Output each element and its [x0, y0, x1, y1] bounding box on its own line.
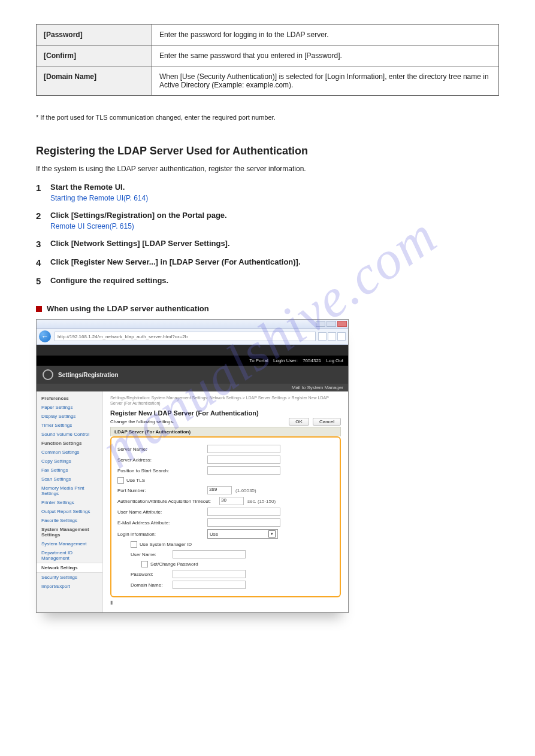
section-intro: If the system is using the LDAP server a… [36, 163, 499, 174]
sidebar-item[interactable]: Sound Volume Control [37, 430, 102, 439]
step-sublink[interactable]: Starting the Remote UI(P. 614) [50, 194, 499, 202]
set-password-label: Set/Change Password [150, 561, 198, 567]
mail-link[interactable]: Mail to System Manager [37, 384, 348, 391]
window-titlebar [37, 320, 348, 329]
server-name-label: Server Name: [117, 447, 207, 452]
start-search-label: Position to Start Search: [117, 468, 207, 473]
sidebar-item[interactable]: Network Settings [37, 563, 102, 573]
form-section-header: LDAP Server (For Authentication) [110, 427, 341, 436]
window-max-icon[interactable] [327, 321, 336, 327]
def-key: [Password] [37, 25, 152, 45]
step: 4Click [Register New Server...] in [LDAP… [36, 257, 499, 268]
set-password-checkbox[interactable] [141, 561, 148, 567]
sidebar-item[interactable]: Copy Settings [37, 457, 102, 466]
step: 1Start the Remote UI.Starting the Remote… [36, 183, 499, 202]
server-name-input[interactable] [207, 445, 280, 453]
login-user-label: Login User: [273, 358, 298, 363]
settings-sidebar: PreferencesPaper SettingsDisplay Setting… [37, 391, 103, 612]
use-sysmgr-label: Use System Manager ID [140, 542, 192, 547]
login-user-value: 7654321 [303, 358, 321, 363]
browser-tools-icon[interactable] [337, 332, 346, 341]
sidebar-item[interactable]: Paper Settings [37, 403, 102, 412]
step-number: 5 [36, 276, 50, 286]
step-number: 3 [36, 239, 50, 249]
step-text: Configure the required settings. [50, 276, 499, 286]
sidebar-item[interactable]: Security Settings [37, 573, 102, 582]
username-label: User Name: [131, 552, 173, 557]
ok-button[interactable]: OK [289, 418, 309, 426]
step-number: 4 [36, 257, 50, 268]
to-portal-link[interactable]: To Portal [249, 358, 268, 363]
sidebar-item[interactable]: Memory Media Print Settings [37, 484, 102, 498]
sidebar-item[interactable]: Import/Export [37, 582, 102, 591]
domain-input[interactable] [173, 581, 246, 589]
step-sublink[interactable]: Remote UI Screen(P. 615) [50, 222, 499, 230]
def-key: [Domain Name] [37, 66, 152, 96]
domain-label: Domain Name: [131, 582, 173, 588]
cancel-button[interactable]: Cancel [313, 418, 341, 426]
sidebar-item[interactable]: Printer Settings [37, 498, 102, 507]
portal-topbar: To Portal Login User: 7654321 Log Out [37, 356, 348, 366]
sidebar-item[interactable]: Output Report Settings [37, 507, 102, 516]
browser-tabstrip [37, 345, 348, 356]
sidebar-item[interactable]: Display Settings [37, 412, 102, 421]
sidebar-heading: Function Settings [37, 439, 102, 448]
browser-back-icon[interactable]: ← [39, 330, 51, 342]
step: 5Configure the required settings. [36, 276, 499, 286]
use-tls-checkbox[interactable] [117, 477, 124, 484]
sidebar-item[interactable]: Common Settings [37, 448, 102, 457]
step-text: Start the Remote UI.Starting the Remote … [50, 183, 499, 202]
sidebar-item[interactable]: Timer Settings [37, 421, 102, 430]
def-value: When [Use (Security Authentication)] is … [152, 66, 499, 96]
port-range-label: (1-65535) [235, 488, 256, 493]
logout-link[interactable]: Log Out [327, 358, 343, 363]
chevron-down-icon: ▾ [268, 530, 276, 538]
subsection-heading: When using the LDAP server authenticatio… [36, 304, 499, 313]
section-heading: Registering the LDAP Server Used for Aut… [36, 145, 499, 157]
password-input[interactable] [173, 570, 246, 578]
sidebar-item[interactable]: Scan Settings [37, 475, 102, 484]
footer-marker: ▮ [110, 600, 341, 605]
sidebar-item[interactable]: System Management [37, 539, 102, 548]
email-attr-label: E-Mail Address Attribute: [117, 520, 207, 526]
email-attr-input[interactable] [207, 518, 280, 527]
screenshot-browser-window: ← http://192.168.1.24/m_network_ldap_aut… [36, 319, 349, 613]
timeout-input[interactable]: 30 [219, 497, 244, 505]
step-text: Click [Network Settings] [LDAP Server Se… [50, 239, 499, 249]
start-search-input[interactable] [207, 466, 280, 475]
definition-table: [Password]Enter the password for logging… [36, 24, 499, 96]
sidebar-item[interactable]: Fax Settings [37, 466, 102, 475]
panel-title: Settings/Registration [58, 372, 119, 378]
port-input[interactable]: 389 [207, 486, 232, 494]
def-value: Enter the password for logging in to the… [152, 25, 499, 45]
login-info-select[interactable]: Use▾ [207, 529, 278, 539]
step-number: 2 [36, 211, 50, 230]
username-input[interactable] [173, 550, 246, 558]
step-text: Click [Register New Server...] in [LDAP … [50, 257, 499, 268]
address-bar[interactable]: http://192.168.1.24/m_network_ldap_auth_… [55, 332, 316, 341]
sidebar-item[interactable]: Favorite Settings [37, 516, 102, 525]
password-label: Password: [131, 572, 173, 577]
step-number: 1 [36, 183, 50, 202]
use-sysmgr-checkbox[interactable] [131, 541, 137, 548]
step: 2Click [Settings/Registration] on the Po… [36, 211, 499, 230]
breadcrumb: Settings/Registration: System Management… [110, 395, 341, 406]
form-highlight-box: Server Name: Server Address: Position to… [110, 436, 341, 597]
gear-icon [43, 369, 53, 380]
sidebar-item[interactable]: Department ID Management [37, 548, 102, 563]
port-label: Port Number: [117, 488, 207, 493]
footnote: * If the port used for TLS communication… [36, 114, 499, 121]
browser-home-icon[interactable] [318, 332, 327, 341]
window-min-icon[interactable] [316, 321, 325, 327]
step-text: Click [Settings/Registration] on the Por… [50, 211, 499, 230]
step: 3Click [Network Settings] [LDAP Server S… [36, 239, 499, 249]
user-attr-input[interactable] [207, 508, 280, 516]
browser-favorite-icon[interactable] [328, 332, 336, 341]
change-settings-label: Change the following settings. [110, 419, 174, 424]
window-close-icon[interactable] [337, 321, 347, 327]
login-info-label: Login Information: [117, 532, 207, 537]
red-square-icon [36, 306, 42, 312]
server-address-input[interactable] [207, 456, 280, 464]
user-attr-label: User Name Attribute: [117, 509, 207, 515]
sidebar-heading: Preferences [37, 394, 102, 403]
